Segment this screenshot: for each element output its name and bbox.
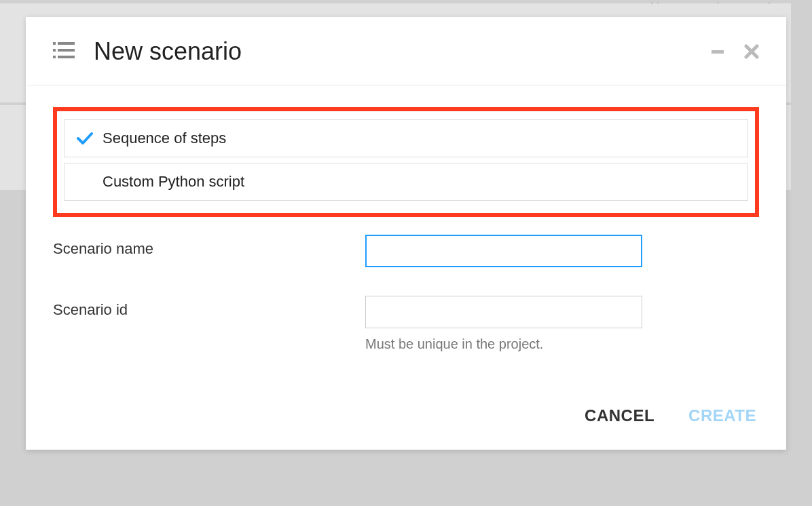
modal-header: New scenario [26,17,786,85]
option-label: Custom Python script [103,173,244,191]
svg-rect-6 [712,50,724,54]
scenario-id-input-wrap: Must be unique in the project. [365,296,642,352]
svg-rect-2 [53,49,56,52]
minimize-icon[interactable] [710,44,725,59]
option-label: Sequence of steps [103,130,226,147]
create-button[interactable]: CREATE [688,406,756,425]
modal-title: New scenario [94,37,710,66]
modal-body: Sequence of steps Custom Python script S… [26,85,786,394]
header-controls [710,44,759,59]
option-sequence-of-steps[interactable]: Sequence of steps [64,119,748,157]
close-icon[interactable] [744,44,759,59]
scenario-id-helper: Must be unique in the project. [365,336,642,352]
svg-rect-4 [53,56,56,58]
option-custom-python-script[interactable]: Custom Python script [64,163,748,201]
modal-footer: CANCEL CREATE [26,394,786,450]
list-icon [53,41,75,62]
scenario-name-input-wrap [365,235,642,267]
scenario-type-options: Sequence of steps Custom Python script [53,107,759,217]
cancel-button[interactable]: CANCEL [585,406,654,425]
form-row-id: Scenario id Must be unique in the projec… [53,296,759,352]
scenario-name-label: Scenario name [53,235,365,258]
check-icon [77,132,94,145]
scenario-name-input[interactable] [365,235,642,267]
new-scenario-modal: New scenario Sequence of [26,17,786,450]
form-row-name: Scenario name [53,235,759,267]
svg-rect-1 [58,42,75,45]
scenario-id-input[interactable] [365,296,642,328]
scenario-id-label: Scenario id [53,296,365,319]
svg-rect-3 [58,49,75,52]
svg-rect-5 [58,56,75,58]
svg-rect-0 [53,42,56,45]
